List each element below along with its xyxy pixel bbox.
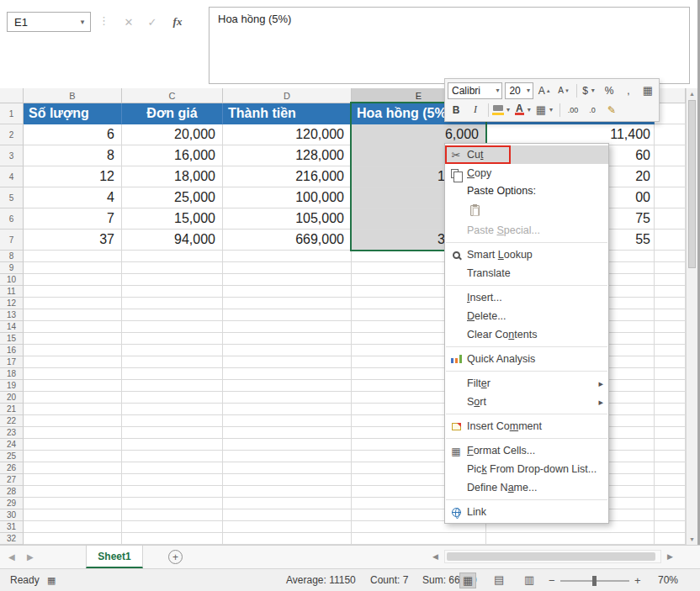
cell-C2[interactable]: 20,000	[122, 124, 223, 145]
row-header-11[interactable]: 11	[0, 286, 24, 298]
menu-item-link[interactable]: Link	[445, 503, 608, 521]
vertical-scrollbar-thumb[interactable]	[688, 100, 696, 268]
cell-G3[interactable]	[655, 145, 686, 166]
menu-item-sort[interactable]: Sort▸	[445, 393, 608, 411]
cell-D2[interactable]: 120,000	[223, 124, 352, 145]
cell-C7[interactable]: 94,000	[122, 230, 223, 251]
cell-G2[interactable]	[655, 124, 686, 145]
scroll-up-icon[interactable]: ▲	[687, 88, 697, 99]
format-painter-button[interactable]: ✎	[603, 102, 620, 119]
accounting-format-button[interactable]: $ ▾	[581, 82, 598, 99]
row-header-14[interactable]: 14	[0, 321, 24, 333]
cell-D7[interactable]: 669,000	[223, 230, 352, 251]
row-header-26[interactable]: 26	[0, 462, 24, 474]
font-color-button[interactable]: A ▾	[515, 102, 533, 119]
fill-color-button[interactable]: ▾	[493, 102, 512, 119]
macro-record-icon[interactable]: ▦	[47, 575, 56, 586]
cell-B1[interactable]: Số lượng	[24, 103, 122, 124]
row-header-30[interactable]: 30	[0, 509, 24, 521]
sheet-nav-right-icon[interactable]: ▶	[27, 552, 34, 562]
vertical-scrollbar[interactable]: ▲ ▼	[686, 88, 697, 545]
horizontal-scrollbar[interactable]	[444, 550, 661, 563]
menu-item-insert-comment[interactable]: Insert Comment	[445, 417, 608, 435]
row-header-15[interactable]: 15	[0, 333, 24, 345]
tab-sheet1[interactable]: Sheet1	[86, 546, 143, 568]
menu-item-delete[interactable]: Delete...	[445, 307, 608, 325]
row-header-2[interactable]: 2	[0, 124, 24, 145]
zoom-slider[interactable]	[560, 580, 629, 582]
scroll-down-icon[interactable]: ▼	[687, 534, 697, 545]
cell-B2[interactable]: 6	[24, 124, 122, 145]
cell-C4[interactable]: 18,000	[122, 166, 223, 187]
menu-item-insert[interactable]: Insert...	[445, 288, 608, 307]
menu-item-format-cells[interactable]: Format Cells...	[445, 441, 608, 460]
row-header-8[interactable]: 8	[0, 251, 24, 262]
column-header-B[interactable]: B	[24, 88, 122, 103]
decrease-decimal-button[interactable]: .0	[584, 102, 601, 119]
cell-B4[interactable]: 12	[24, 166, 122, 187]
row-header-7[interactable]: 7	[0, 230, 24, 251]
row-header-1[interactable]: 1	[0, 103, 24, 124]
sheet-nav-left-icon[interactable]: ◀	[8, 552, 15, 562]
cell-C1[interactable]: Đơn giá	[122, 103, 223, 124]
borders-button[interactable]: ▦ ▾	[536, 102, 555, 119]
increase-decimal-button[interactable]: .00	[565, 102, 581, 119]
row-header-28[interactable]: 28	[0, 486, 24, 498]
menu-item-smart-lookup[interactable]: Smart Lookup	[445, 245, 608, 264]
page-layout-view-button[interactable]: ▤	[491, 573, 506, 587]
cell-G7[interactable]	[655, 230, 686, 251]
cell-G6[interactable]	[655, 208, 686, 230]
row-header-12[interactable]: 12	[0, 298, 24, 309]
row-header-19[interactable]: 19	[0, 380, 24, 392]
row-header-24[interactable]: 24	[0, 439, 24, 451]
row-header-13[interactable]: 13	[0, 309, 24, 321]
cell-D5[interactable]: 100,000	[223, 187, 352, 208]
cell-B7[interactable]: 37	[24, 230, 122, 251]
row-header-17[interactable]: 17	[0, 356, 24, 368]
normal-view-button[interactable]: ▦	[459, 573, 476, 588]
row-header-6[interactable]: 6	[0, 208, 24, 230]
cell-G4[interactable]	[655, 166, 686, 187]
row-header-10[interactable]: 10	[0, 274, 24, 286]
enter-icon[interactable]: ✓	[141, 12, 163, 32]
name-box[interactable]: E1 ▾	[7, 12, 91, 32]
row-header-22[interactable]: 22	[0, 415, 24, 427]
menu-item-filter[interactable]: Filter▸	[445, 374, 608, 393]
page-break-view-button[interactable]: ▥	[522, 573, 537, 587]
zoom-out-button[interactable]: −	[549, 574, 555, 587]
cancel-icon[interactable]: ✕	[118, 12, 140, 32]
cell-D4[interactable]: 216,000	[223, 166, 352, 187]
row-header-4[interactable]: 4	[0, 166, 24, 187]
menu-item-paste-special[interactable]: Paste Special...	[445, 221, 608, 240]
menu-item-copy[interactable]: Copy	[445, 164, 608, 182]
hscroll-left-icon[interactable]: ◀	[432, 552, 438, 561]
increase-font-button[interactable]: A ▲	[536, 82, 553, 99]
chevron-down-icon[interactable]: ▾	[75, 18, 90, 26]
menu-item-quick-analysis[interactable]: Quick Analysis	[445, 350, 608, 368]
row-header-32[interactable]: 32	[0, 533, 24, 545]
bold-button[interactable]: B	[448, 102, 464, 119]
cell-C3[interactable]: 16,000	[122, 145, 223, 166]
cell-D1[interactable]: Thành tiền	[223, 103, 352, 124]
format-table-button[interactable]: ▦	[639, 82, 656, 99]
add-sheet-button[interactable]: +	[168, 550, 183, 564]
italic-button[interactable]: I	[467, 102, 484, 119]
zoom-slider-thumb[interactable]	[592, 576, 597, 586]
menu-item-translate[interactable]: Translate	[445, 264, 608, 282]
cell-B6[interactable]: 7	[24, 208, 122, 230]
cell-D6[interactable]: 105,000	[223, 208, 352, 230]
horizontal-scrollbar-thumb[interactable]	[447, 552, 655, 561]
column-header-D[interactable]: D	[223, 88, 352, 103]
row-header-20[interactable]: 20	[0, 392, 24, 404]
cell-B5[interactable]: 4	[24, 187, 122, 208]
comma-style-button[interactable]: ,	[620, 82, 637, 99]
cell-C6[interactable]: 15,000	[122, 208, 223, 230]
row-header-3[interactable]: 3	[0, 145, 24, 166]
row-header-27[interactable]: 27	[0, 474, 24, 486]
hscroll-right-icon[interactable]: ▶	[667, 552, 673, 561]
row-header-25[interactable]: 25	[0, 451, 24, 462]
row-header-21[interactable]: 21	[0, 404, 24, 415]
row-header-9[interactable]: 9	[0, 262, 24, 274]
menu-item-clear-contents[interactable]: Clear Contents	[445, 325, 608, 344]
zoom-in-button[interactable]: +	[634, 574, 641, 587]
